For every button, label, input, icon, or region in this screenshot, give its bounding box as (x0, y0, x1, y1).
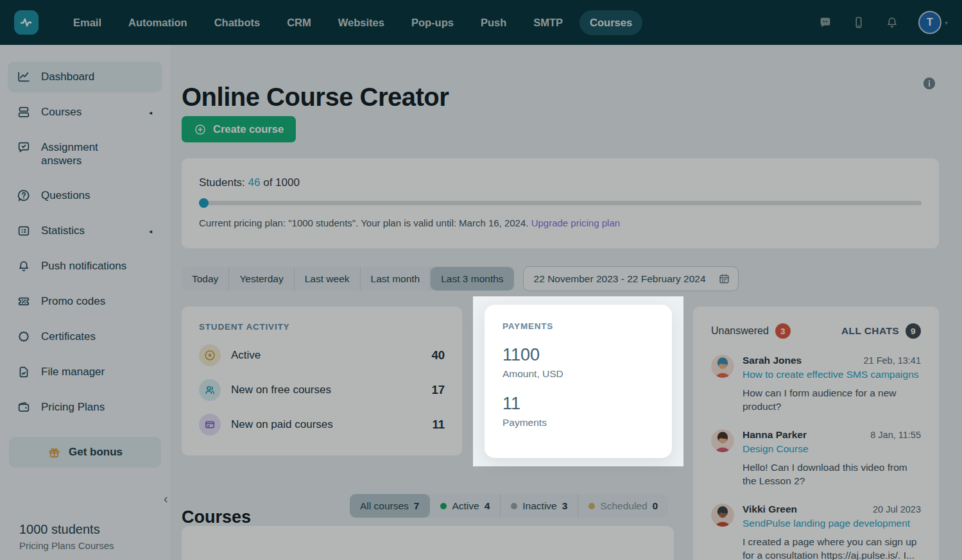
tour-dim-overlay (0, 0, 962, 560)
payments-amount-value: 1100 (502, 345, 654, 365)
payments-card: PAYMENTS 1100 Amount, USD 11 Payments (485, 305, 672, 458)
payments-spotlight: PAYMENTS 1100 Amount, USD 11 Payments (473, 296, 683, 466)
payments-count-value: 11 (502, 394, 654, 414)
payments-count-label: Payments (502, 417, 654, 428)
payments-title: PAYMENTS (502, 321, 654, 331)
payments-amount-label: Amount, USD (502, 368, 654, 380)
